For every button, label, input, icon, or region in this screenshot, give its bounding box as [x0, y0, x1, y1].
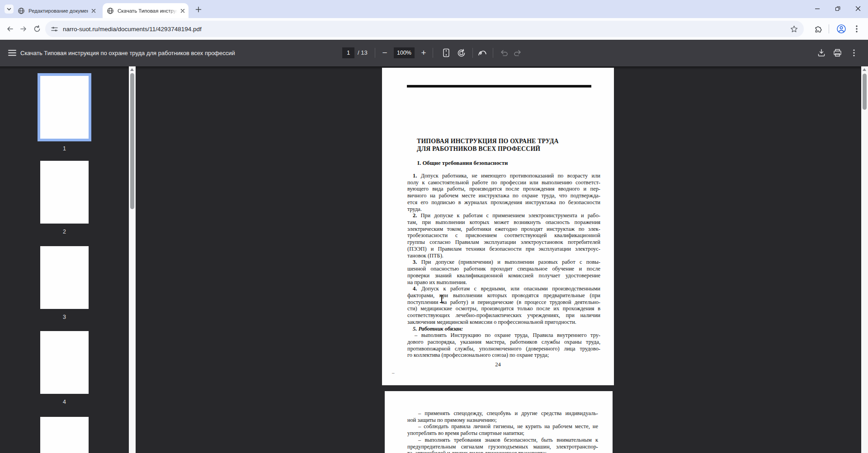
toolbar-separator [829, 24, 829, 33]
page-number-input[interactable]: 1 [342, 47, 354, 58]
window-close-button[interactable] [848, 0, 868, 17]
download-button[interactable] [815, 47, 828, 59]
page-count-label: / 13 [358, 49, 368, 56]
text-line: 1. Допуск работника, не имеющего противо… [407, 173, 600, 179]
text-line: 2. При допуске к работам с применением э… [407, 212, 600, 219]
thumbnail-preview[interactable] [40, 331, 89, 394]
text-line: вующего вида работы, производится после … [407, 186, 600, 192]
reload-icon [33, 25, 41, 33]
forward-button[interactable] [16, 22, 31, 36]
tab-title: Скачать Типовая инструкция п [118, 8, 177, 14]
page-number: 24 [382, 361, 614, 368]
pdf-menu-more-button[interactable] [848, 47, 860, 59]
scroll-up-arrow-icon[interactable] [863, 68, 866, 71]
pdf-toolbar: Скачать Типовая инструкция по охране тру… [0, 40, 868, 66]
document-title-line: ТИПОВАЯ ИНСТРУКЦИЯ ПО ОХРАНЕ ТРУДА [417, 138, 559, 145]
reload-button[interactable] [30, 22, 44, 36]
text-line: та, автомобилей и других видов движущего… [407, 450, 598, 453]
thumbnail-page-4[interactable]: 4 [40, 331, 89, 405]
browser-window: Редактирование документа Скачать Типовая… [0, 0, 868, 453]
text-line: 5. Работник обязан: [407, 326, 600, 332]
text-line: сти) медицинские осмотры, производится т… [407, 305, 600, 312]
thumbnail-preview[interactable] [40, 417, 89, 453]
url-text: narro-suot.ru/media/documents/11/4293748… [63, 26, 790, 33]
thumbnail-label: 1 [40, 145, 89, 152]
text-line: тановок (ПТБ). [407, 252, 600, 259]
back-arrow-icon [6, 25, 14, 33]
text-line: на право их выполнения. [407, 279, 600, 286]
page2-body-text: – применять спецодежду, спецобувь и друг… [407, 410, 598, 453]
globe-favicon-icon [107, 7, 114, 14]
fit-to-page-button[interactable] [440, 47, 453, 59]
window-controls [807, 0, 868, 18]
text-line: проверки знаний квалификационной комисси… [407, 272, 600, 279]
extensions-button[interactable] [811, 22, 825, 36]
fit-page-icon [443, 48, 450, 57]
text-line: – выполнять требования знаков безопаснос… [407, 437, 598, 444]
thumbnail-preview[interactable] [40, 246, 89, 309]
window-restore-button[interactable] [827, 0, 848, 17]
toolbar-divider [375, 48, 375, 58]
text-line: ной защиты по прямому назначению; [407, 417, 598, 424]
text-line: ется его подписью в журналах прохождения… [407, 199, 600, 206]
pdf-menu-button[interactable] [5, 46, 19, 60]
scroll-up-arrow-icon[interactable] [130, 68, 134, 71]
thumbnail-page-5[interactable] [40, 417, 89, 453]
annotate-button[interactable] [476, 47, 489, 59]
print-button[interactable] [831, 47, 844, 59]
extensions-puzzle-icon [814, 25, 822, 33]
thumbnail-page-1[interactable]: 1 [40, 76, 89, 152]
text-line: (ПЭЭП) и Правилам техники безопасности п… [407, 246, 600, 252]
sidebar-scrollbar-thumb[interactable] [130, 73, 134, 209]
zoom-level-input[interactable]: 100% [394, 47, 415, 58]
text-line: – выполнять Инструкцию по охране труда, … [407, 332, 600, 339]
sidebar-scrollbar[interactable] [129, 66, 136, 453]
tab-document-edit[interactable]: Редактирование документа [13, 3, 100, 18]
viewer-scrollbar[interactable] [861, 66, 868, 453]
section-heading: I. Общие требования безопасности [417, 160, 508, 167]
pen-squiggle-icon [478, 49, 487, 56]
browser-menu-button[interactable] [849, 22, 864, 36]
thumbnail-preview[interactable] [40, 76, 89, 139]
zoom-in-button[interactable]: + [417, 47, 430, 59]
tab-close-icon[interactable] [90, 7, 97, 14]
text-line: вичного на рабочем месте инструктажа по … [407, 192, 600, 199]
three-dots-vertical-icon [853, 49, 855, 56]
text-line: противопожарной службы, уполномоченного … [407, 346, 600, 352]
text-line: 4. Допуск к работам с вредными, или опас… [407, 285, 600, 292]
thumbnail-preview[interactable] [40, 161, 89, 224]
download-icon [817, 49, 826, 57]
text-line: 3. При допуске (привлечении) и выполнени… [407, 259, 600, 266]
tab-close-icon[interactable] [179, 7, 186, 14]
thumbnail-page-2[interactable]: 2 [40, 161, 89, 235]
pdf-content-area: 1234 ТИПОВАЯ ИНСТРУКЦИЯ ПО ОХРАНЕ ТРУДА … [0, 66, 868, 453]
document-title-line: ДЛЯ РАБОТНИКОВ ВСЕХ ПРОФЕССИЙ [417, 145, 559, 153]
bookmark-star-icon[interactable] [790, 25, 798, 33]
new-tab-button[interactable] [193, 5, 203, 14]
site-settings-tune-icon[interactable] [51, 25, 58, 33]
redo-button[interactable] [511, 47, 524, 59]
text-line: заключения медицинской комиссии о профес… [407, 319, 600, 326]
text-line: употреблять во время работы спиртные нап… [407, 430, 598, 437]
decorative-rule [407, 85, 591, 88]
thumbnail-page-3[interactable]: 3 [40, 246, 89, 320]
redo-icon [514, 50, 522, 56]
window-minimize-button[interactable] [807, 0, 827, 17]
margin-mark: – [392, 370, 395, 375]
zoom-out-button[interactable]: − [378, 47, 391, 59]
text-line: труда. [407, 206, 600, 213]
tab-pdf-download[interactable]: Скачать Типовая инструкция п [103, 3, 189, 18]
viewer-scrollbar-thumb[interactable] [863, 74, 867, 110]
thumbnail-label: 4 [40, 399, 89, 405]
text-line: полу к самостоятельной работе по професс… [407, 179, 600, 186]
address-bar[interactable]: narro-suot.ru/media/documents/11/4293748… [45, 21, 804, 37]
tab-search-button[interactable] [5, 5, 14, 14]
rotate-button[interactable] [455, 47, 467, 59]
profile-person-icon [836, 24, 846, 34]
thumbnail-label: 2 [40, 229, 89, 235]
back-button[interactable] [3, 22, 17, 36]
undo-button[interactable] [498, 47, 510, 59]
text-line: предупредительным сигналам грузоподъемны… [407, 444, 598, 450]
page1-body-text: 1. Допуск работника, не имеющего противо… [407, 173, 600, 359]
profile-avatar[interactable] [834, 22, 849, 36]
